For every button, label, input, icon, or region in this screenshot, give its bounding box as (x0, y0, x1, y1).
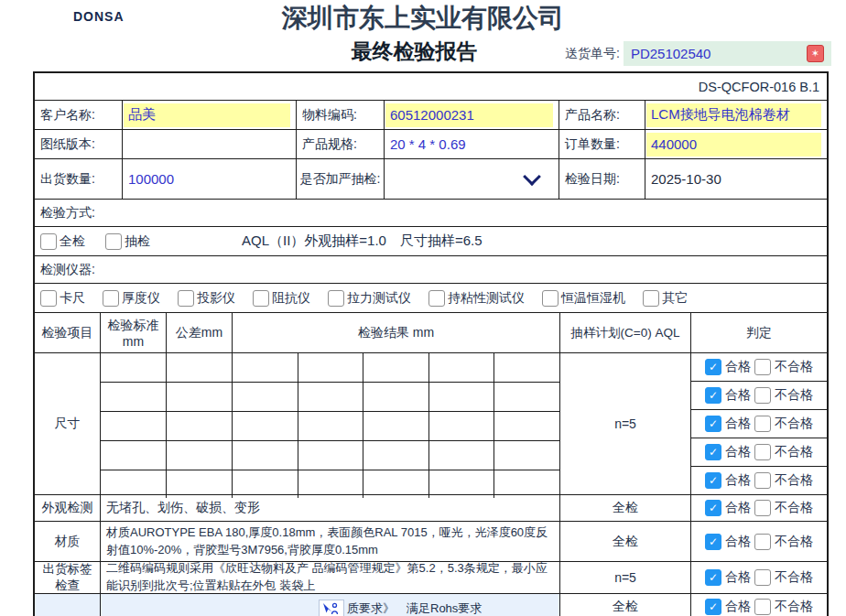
pass-checkbox[interactable] (705, 387, 721, 404)
info-row-1: 客户名称: 品美 物料编码: 60512000231 产品名称: LCM接地导电… (35, 101, 827, 130)
broken-image-icon (807, 45, 824, 62)
measurement-cell[interactable] (233, 353, 298, 382)
material-content: 材质AUROTYPE EBA 180,厚度0.18mm，表面颜色RAL 7015… (101, 522, 560, 561)
fail-checkbox[interactable] (754, 500, 771, 516)
measurement-cell[interactable] (429, 383, 495, 411)
tolerance-cell[interactable] (167, 441, 233, 470)
pass-checkbox[interactable] (705, 534, 721, 550)
pass-checkbox[interactable] (705, 359, 721, 375)
measurement-cell[interactable] (494, 353, 559, 382)
measurement-cell[interactable] (233, 383, 298, 411)
customer-input[interactable]: 品美 (124, 103, 290, 127)
customer-cell: 品美 (123, 101, 297, 129)
customer-label: 客户名称: (35, 101, 123, 129)
judgement-cell: 合格 不合格 (691, 353, 827, 382)
measurement-cell[interactable] (429, 441, 495, 470)
appearance-row: 外观检测 无堵孔、划伤、破损、变形 全检 合格 不合格 (35, 495, 827, 522)
measurement-cell[interactable] (429, 470, 495, 498)
method-options-row: 全检 抽检 AQL（II）外观抽样=1.0 尺寸抽样=6.5 (35, 227, 827, 256)
standard-cell[interactable] (101, 412, 167, 440)
measurement-cell[interactable] (494, 383, 559, 411)
tolerance-cell[interactable] (167, 383, 233, 411)
inspect-date-cell[interactable]: 2025-10-30 (645, 159, 827, 199)
instrument-option: 投影仪 (178, 290, 235, 307)
fail-checkbox[interactable] (754, 359, 771, 375)
pass-checkbox[interactable] (705, 416, 721, 432)
pass-checkbox[interactable] (705, 444, 721, 460)
judgement-cell: 合格 不合格 (691, 438, 827, 467)
measurement-cell[interactable] (298, 412, 364, 440)
adhesion-tester-checkbox[interactable] (428, 290, 445, 307)
measurement-cell[interactable] (494, 412, 559, 440)
measurement-cell[interactable] (494, 441, 559, 470)
size-measurement-grid (101, 353, 560, 494)
instrument-option: 其它 (643, 290, 688, 307)
sampling-inspection-checkbox[interactable] (105, 233, 122, 250)
projector-checkbox[interactable] (178, 290, 194, 307)
climate-chamber-checkbox[interactable] (542, 290, 559, 307)
fail-checkbox[interactable] (754, 534, 771, 550)
measurement-cell[interactable] (363, 353, 429, 382)
measurement-cell[interactable] (363, 470, 429, 498)
fail-checkbox[interactable] (754, 569, 771, 586)
instrument-option: 持粘性测试仪 (428, 290, 525, 307)
header-item: 检验项目 (35, 313, 101, 352)
ship-qty-cell[interactable]: 100000 (123, 159, 297, 199)
measurement-cell[interactable] (429, 353, 495, 382)
standard-cell[interactable] (101, 353, 167, 382)
fail-checkbox[interactable] (754, 387, 771, 404)
delivery-number-value: PD25102540 (631, 46, 807, 61)
pass-checkbox[interactable] (705, 599, 721, 615)
company-name: 深圳市东上实业有限公司 (0, 1, 846, 36)
order-qty-label: 订单数量: (559, 130, 645, 158)
header-result: 检验结果 mm (233, 313, 560, 352)
product-spec-cell[interactable]: 20 * 4 * 0.69 (385, 130, 559, 158)
fail-checkbox[interactable] (754, 472, 771, 489)
product-name-input[interactable]: LCM接地导电泡棉卷材 (646, 103, 821, 127)
measurement-cell[interactable] (233, 441, 298, 470)
tolerance-cell[interactable] (167, 353, 233, 382)
measurement-cell[interactable] (298, 470, 364, 498)
rohs-row: 质要求》 满足Rohs要求 全检 合格 不合格 (35, 594, 827, 616)
material-code-label: 物料编码: (297, 101, 385, 129)
measurement-cell[interactable] (298, 353, 364, 382)
tolerance-cell[interactable] (167, 412, 233, 440)
tolerance-cell[interactable] (167, 470, 233, 498)
material-code-input[interactable]: 60512000231 (385, 103, 553, 127)
impedance-meter-checkbox[interactable] (253, 290, 269, 307)
measurement-cell[interactable] (298, 383, 364, 411)
delivery-number-field[interactable]: PD25102540 (624, 41, 831, 66)
standard-cell[interactable] (101, 383, 167, 411)
pass-checkbox[interactable] (705, 500, 721, 516)
judgement-cell: 合格 不合格 (691, 382, 827, 410)
appearance-sampling-value: 全检 (560, 495, 691, 521)
fail-checkbox[interactable] (754, 416, 771, 432)
pass-checkbox[interactable] (705, 472, 721, 489)
delivery-number-group: 送货单号: PD25102540 (565, 41, 831, 66)
standard-cell[interactable] (101, 441, 167, 470)
tension-tester-checkbox[interactable] (328, 290, 344, 307)
measurement-cell[interactable] (494, 470, 559, 498)
measurement-cell[interactable] (233, 470, 298, 498)
label-check-item-label: 出货标签检查 (35, 562, 101, 593)
full-inspection-checkbox[interactable] (40, 233, 57, 250)
measurement-cell[interactable] (429, 412, 495, 440)
fail-checkbox[interactable] (754, 444, 771, 460)
other-instrument-checkbox[interactable] (643, 290, 659, 307)
measurement-cell[interactable] (363, 441, 429, 470)
measurement-cell[interactable] (363, 412, 429, 440)
pass-checkbox[interactable] (705, 569, 721, 586)
measurement-cell[interactable] (233, 412, 298, 440)
measurement-cell[interactable] (298, 441, 364, 470)
fail-checkbox[interactable] (754, 599, 771, 615)
fail-label: 不合格 (775, 599, 813, 615)
measurement-cell[interactable] (363, 383, 429, 411)
caliper-checkbox[interactable] (40, 290, 57, 307)
standard-cell[interactable] (101, 470, 167, 498)
drawing-version-cell[interactable] (123, 130, 297, 158)
thickness-gauge-checkbox[interactable] (103, 290, 119, 307)
drawing-version-label: 图纸版本: (35, 130, 123, 158)
tightened-inspection-select[interactable] (385, 159, 559, 199)
chevron-down-icon (523, 168, 541, 186)
order-qty-input[interactable]: 440000 (646, 133, 821, 157)
